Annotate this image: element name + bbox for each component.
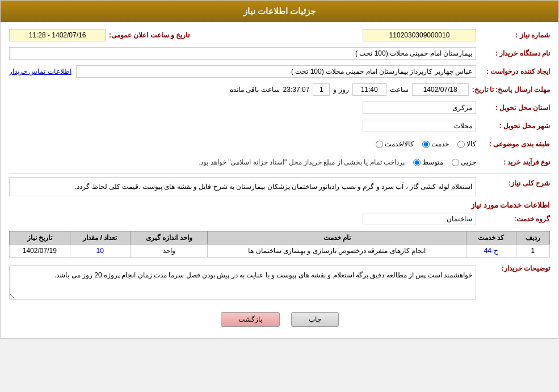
creator-row: ایجاد کننده درخواست : عباس چهاربر کاربرد… [9,64,550,79]
page-content: شماره نیاز : 1102030309000010 تاریخ و سا… [1,22,558,338]
col-unit: واحد اندازه گیری [131,231,208,245]
province-row: استان محل تحویل : مرکزی [9,100,550,115]
service-group-label: گروه خدمت: [476,215,550,223]
services-table: ردیف کد خدمت نام خدمت واحد اندازه گیری ت… [9,231,550,258]
cell-name: انجام کارهای متفرقه درخصوص بازسازی و بهس… [208,245,466,258]
city-label: شهر محل تحویل : [476,122,550,130]
category-both[interactable]: کالا/خدمت [376,140,414,148]
cell-date: 1402/07/19 [10,245,70,258]
province-value: مرکزی [363,102,476,114]
description-label: شرح کلی نیاز: [476,177,550,187]
col-qty: تعداد / مقدار [70,231,130,245]
category-khedmat[interactable]: خدمت [422,140,449,148]
category-both-label: کالا/خدمت [385,140,414,148]
creator-label: ایجاد کننده درخواست : [476,68,550,75]
purchase-motavast[interactable]: متوسط [413,158,443,166]
purchase-note: پرداخت تمام یا بخشی از مبلغ خریداز محل "… [199,158,405,166]
city-row: شهر محل تحویل : محلات [9,119,550,133]
deadline-time: 11:40 [352,83,386,96]
announce-label: تاریخ و ساعت اعلان عمومی: [106,31,190,39]
deadline-label: مهلت ارسال پاسخ: تا تاریخ: [469,86,550,94]
separator-1 [9,173,550,174]
purchase-jozi-label: جزیی [461,158,476,166]
category-kala-label: کالا [466,140,476,148]
cell-unit: واحد [131,245,208,258]
category-khedmat-label: خدمت [431,140,449,148]
service-group-row: گروه خدمت: ساختمان [9,212,550,226]
cell-code: ح-44 [466,245,516,258]
deadline-days-label: روز و [330,86,352,94]
deadline-time-label: ساعت [386,86,412,94]
services-title: اطلاعات خدمات مورد نیاز [9,201,550,209]
description-text: استعلام لوله کشی گاز ، آب سرد و گرم و نص… [9,177,476,196]
page-header: جزئیات اطلاعات نیاز [1,1,558,22]
purchase-motavast-label: متوسط [422,158,443,166]
buyer-notes-text: خواهشمند است پس از مطالعه دقیق برگه استع… [9,265,476,300]
purchase-type-radio-group: جزیی متوسط [413,158,476,166]
announce-value: 1402/07/16 - 11:28 [9,29,106,41]
cell-qty: 10 [70,245,130,258]
category-kala-radio[interactable] [457,141,465,148]
deadline-days: 1 [313,83,330,96]
service-group-value: ساختمان [363,213,476,225]
description-section: شرح کلی نیاز: استعلام لوله کشی گاز ، آب … [9,177,550,196]
col-name: نام خدمت [208,231,466,245]
category-khedmat-radio[interactable] [422,141,430,148]
category-row: طبقه بندی موضوعی : کالا خدمت کالا/خدمت [9,137,550,151]
back-button[interactable]: بازگشت [221,312,280,327]
purchase-jozi[interactable]: جزیی [452,158,476,166]
deadline-remaining-val: 23:37:07 [280,86,313,94]
purchase-type-label: نوع فرآیند خرید : [476,158,550,166]
table-header-row: ردیف کد خدمت نام خدمت واحد اندازه گیری ت… [10,231,550,245]
purchase-jozi-radio[interactable] [452,159,459,166]
need-number-value: 1102030309000010 [363,29,476,41]
need-number-row: شماره نیاز : 1102030309000010 تاریخ و سا… [9,28,550,43]
purchase-type-row: نوع فرآیند خرید : جزیی متوسط پرداخت تمام… [9,155,550,170]
category-label: طبقه بندی موضوعی : [476,140,550,148]
creator-value: عباس چهاربر کاربرداز بیمارستان امام خمین… [76,65,476,78]
cell-row-num: 1 [516,245,549,258]
footer-buttons: چاپ بازگشت [9,306,550,332]
col-date: تاریخ نیاز [10,231,70,245]
deadline-remaining-label: ساعت باقی مانده [230,86,280,94]
need-number-label: شماره نیاز : [476,31,550,39]
contact-link[interactable]: اطلاعات تماس خریدار [9,68,72,75]
buyer-label: نام دستگاه خریدار : [476,49,550,57]
header-title: جزئیات اطلاعات نیاز [243,6,316,16]
deadline-date: 1402/07/18 [412,83,469,96]
buyer-notes-row: توضیحات خریدار: خواهشمند است پس از مطالع… [9,262,550,303]
buyer-value: بیمارستان امام خمینی محلات (100 تخت ) [9,47,476,60]
main-container: جزئیات اطلاعات نیاز شماره نیاز : 1102030… [0,0,559,339]
print-button[interactable]: چاپ [291,312,339,327]
col-row-num: ردیف [516,231,549,245]
deadline-row: مهلت ارسال پاسخ: تا تاریخ: 1402/07/18 سا… [9,82,550,97]
col-code: کد خدمت [466,231,516,245]
purchase-motavast-radio[interactable] [413,159,421,166]
buyer-row: نام دستگاه خریدار : بیمارستان امام خمینی… [9,46,550,61]
category-radio-group: کالا خدمت کالا/خدمت [376,140,476,148]
table-row: 1 ح-44 انجام کارهای متفرقه درخصوص بازساز… [10,245,550,258]
province-label: استان محل تحویل : [476,104,550,112]
city-value: محلات [363,120,476,132]
category-kala[interactable]: کالا [457,140,476,148]
buyer-notes-label: توضیحات خریدار: [476,262,550,272]
category-both-radio[interactable] [376,141,383,148]
services-table-section: ردیف کد خدمت نام خدمت واحد اندازه گیری ت… [9,231,550,258]
